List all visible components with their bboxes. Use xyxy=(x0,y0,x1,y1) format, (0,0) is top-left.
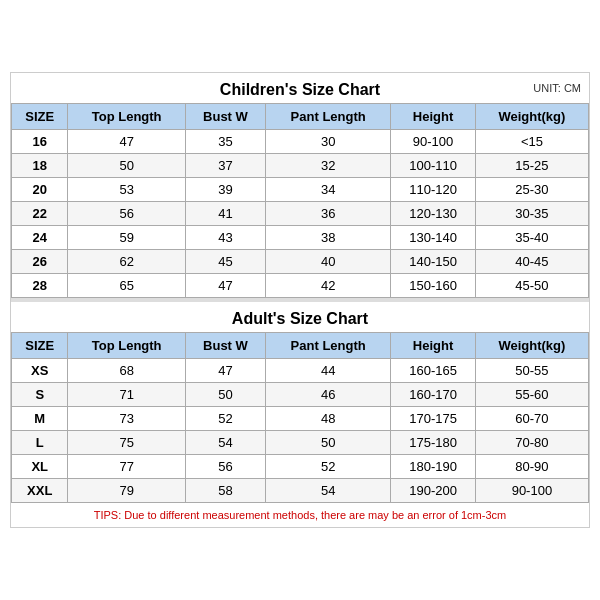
adult-size-table: SIZE Top Length Bust W Pant Length Heigh… xyxy=(11,332,589,503)
adult-col-size: SIZE xyxy=(12,333,68,359)
tips-text: TIPS: Due to different measurement metho… xyxy=(94,509,506,521)
table-row: 18503732100-11015-25 xyxy=(12,154,589,178)
table-row: 26624540140-15040-45 xyxy=(12,250,589,274)
adult-col-bust-w: Bust W xyxy=(185,333,265,359)
children-header-row: SIZE Top Length Bust W Pant Length Heigh… xyxy=(12,104,589,130)
table-row: S715046160-17055-60 xyxy=(12,383,589,407)
adult-col-weight: Weight(kg) xyxy=(475,333,588,359)
table-row: 20533934110-12025-30 xyxy=(12,178,589,202)
table-row: 22564136120-13030-35 xyxy=(12,202,589,226)
adult-col-top-length: Top Length xyxy=(68,333,185,359)
tips-row: TIPS: Due to different measurement metho… xyxy=(11,503,589,527)
children-section-title: Children's Size Chart UNIT: CM xyxy=(11,73,589,103)
table-row: 24594338130-14035-40 xyxy=(12,226,589,250)
table-row: M735248170-17560-70 xyxy=(12,407,589,431)
table-row: XL775652180-19080-90 xyxy=(12,455,589,479)
adult-header-row: SIZE Top Length Bust W Pant Length Heigh… xyxy=(12,333,589,359)
children-title-text: Children's Size Chart xyxy=(220,81,380,98)
unit-label: UNIT: CM xyxy=(533,82,581,94)
table-row: 1647353090-100<15 xyxy=(12,130,589,154)
children-col-bust-w: Bust W xyxy=(185,104,265,130)
adult-col-pant-length: Pant Length xyxy=(266,333,391,359)
table-row: XXL795854190-20090-100 xyxy=(12,479,589,503)
table-row: XS684744160-16550-55 xyxy=(12,359,589,383)
table-row: 28654742150-16045-50 xyxy=(12,274,589,298)
children-col-size: SIZE xyxy=(12,104,68,130)
children-col-top-length: Top Length xyxy=(68,104,185,130)
children-col-weight: Weight(kg) xyxy=(475,104,588,130)
size-chart-wrapper: Children's Size Chart UNIT: CM SIZE Top … xyxy=(10,72,590,528)
children-col-height: Height xyxy=(391,104,476,130)
children-size-table: SIZE Top Length Bust W Pant Length Heigh… xyxy=(11,103,589,298)
table-row: L755450175-18070-80 xyxy=(12,431,589,455)
adult-col-height: Height xyxy=(391,333,476,359)
adult-title-text: Adult's Size Chart xyxy=(232,310,368,327)
adult-section-title: Adult's Size Chart xyxy=(11,302,589,332)
children-col-pant-length: Pant Length xyxy=(266,104,391,130)
